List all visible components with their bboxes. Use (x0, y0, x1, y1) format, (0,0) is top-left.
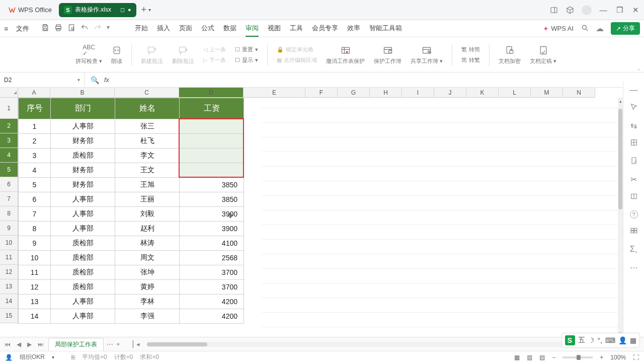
row-header[interactable]: 3 (0, 133, 18, 148)
cell[interactable]: 李文 (115, 149, 180, 163)
cell[interactable]: 人事部 (51, 119, 115, 134)
cell[interactable]: 质检部 (51, 280, 115, 295)
view-page-icon[interactable]: ▤ (539, 354, 545, 361)
sheet-menu-icon[interactable]: ⋯ (107, 340, 113, 348)
share-workbook-button[interactable]: 共享工作簿 ▾ (411, 44, 443, 65)
ribbon-tab[interactable]: 公式 (201, 21, 214, 37)
more-icon[interactable]: ⋯ (630, 263, 638, 272)
cell[interactable]: 3900 (180, 207, 244, 222)
spellcheck-button[interactable]: ABC✓ 拼写检查 ▾ (75, 44, 102, 65)
row-header[interactable]: 14 (0, 294, 18, 309)
column-header[interactable]: B (50, 88, 115, 97)
window-minimize-icon[interactable]: — (599, 6, 608, 15)
cell[interactable]: 质检部 (51, 251, 115, 265)
clipboard-icon[interactable] (630, 157, 638, 167)
avatar[interactable] (582, 5, 592, 15)
cell[interactable] (180, 149, 244, 163)
cell[interactable]: 人事部 (51, 295, 115, 309)
cell[interactable]: 人事部 (51, 222, 115, 236)
ribbon-tab[interactable]: 审阅 (246, 21, 259, 37)
cell[interactable]: 4200 (180, 295, 244, 309)
column-header[interactable]: H (370, 88, 402, 97)
ime-moon-icon[interactable]: ☽ (588, 336, 595, 344)
ribbon-tab[interactable]: 效率 (347, 21, 360, 37)
prev-sheet-icon[interactable]: ◀ (15, 340, 23, 349)
search-icon[interactable] (581, 24, 589, 33)
last-sheet-icon[interactable]: ⏭ (36, 340, 45, 349)
okr-label[interactable]: 组织OKR (20, 353, 45, 361)
column-header[interactable]: K (466, 88, 499, 97)
cell[interactable]: 11 (19, 265, 51, 280)
ribbon-tab[interactable]: 页面 (179, 21, 192, 37)
view-normal-icon[interactable]: ▦ (514, 354, 520, 361)
row-header[interactable]: 13 (0, 279, 18, 294)
lock-cell-button[interactable]: 🔒锁定单元格 (277, 46, 317, 53)
ribbon-tab[interactable]: 开始 (135, 21, 148, 37)
ime-keyboard-icon[interactable]: ⌨ (605, 336, 615, 344)
table-header-cell[interactable]: 姓名 (115, 98, 180, 119)
show-comments-button[interactable]: ☐显示 ▾ (235, 56, 258, 64)
cell[interactable]: 3700 (180, 265, 244, 280)
to-simplified-button[interactable]: 繁转简 (461, 46, 480, 53)
window-close-icon[interactable]: ✕ (631, 6, 640, 15)
first-sheet-icon[interactable]: ⏮ (3, 340, 12, 349)
cell-reference-input[interactable] (4, 77, 59, 84)
row-header[interactable]: 8 (0, 206, 18, 221)
scroll-thumb[interactable] (618, 109, 622, 209)
print-icon[interactable] (54, 24, 62, 33)
cell[interactable]: 3 (19, 149, 51, 163)
delete-comment-button[interactable]: 删除批注 (172, 44, 194, 65)
ribbon-tab[interactable]: 智能工具箱 (369, 21, 402, 37)
column-header[interactable]: L (499, 88, 531, 97)
split-icon[interactable]: ⎮ ◂ (131, 340, 140, 348)
cell[interactable]: 3900 (180, 222, 244, 236)
column-header[interactable]: G (338, 88, 370, 97)
table-header-cell[interactable]: 部门 (51, 98, 115, 119)
column-header[interactable]: D (179, 88, 244, 97)
scissors-icon[interactable]: ✂ (630, 175, 637, 184)
next-comment-button[interactable]: ▷下一条 (203, 56, 226, 64)
cursor-tool-icon[interactable] (630, 103, 638, 113)
undo-protect-button[interactable]: 撤消工作表保护 (326, 44, 365, 65)
hamburger-icon[interactable]: ≡ (4, 25, 8, 33)
cell[interactable]: 4100 (180, 236, 244, 251)
row-header[interactable]: 2 (0, 119, 18, 133)
sigma-icon[interactable]: Σ+ (630, 245, 637, 255)
redo-icon[interactable] (94, 24, 102, 33)
row-header[interactable]: 4 (0, 148, 18, 163)
column-header[interactable]: N (563, 88, 595, 97)
read-aloud-button[interactable]: 朗读 (111, 44, 122, 65)
cell[interactable]: 质检部 (51, 265, 115, 280)
wps-ai-button[interactable]: ✦ WPS AI (543, 25, 574, 33)
ime-badge[interactable]: S 五 ☽ °, ⌨ 👤 ▦ (561, 333, 640, 348)
prev-comment-button[interactable]: ◁上一条 (203, 46, 226, 53)
cloud-icon[interactable]: ☁ (596, 24, 604, 33)
cell[interactable]: 13 (19, 295, 51, 309)
row-header[interactable]: 5 (0, 163, 18, 177)
new-tab-button[interactable]: + ▾ (141, 5, 151, 15)
cube-icon[interactable] (566, 6, 575, 15)
ribbon-tab[interactable]: 视图 (268, 21, 281, 37)
column-header[interactable]: C (115, 88, 179, 97)
vertical-scrollbar[interactable]: ▴ ▾ (618, 98, 623, 337)
cell[interactable]: 2568 (180, 251, 244, 265)
row-header[interactable]: 11 (0, 250, 18, 265)
ime-comma-icon[interactable]: °, (598, 336, 603, 344)
cell[interactable]: 8 (19, 222, 51, 236)
scroll-up-icon[interactable]: ▴ (619, 99, 622, 104)
row-header[interactable]: 9 (0, 221, 18, 236)
exchange-icon[interactable]: ⇆ (630, 121, 637, 130)
cell[interactable]: 财务部 (51, 178, 115, 192)
share-button[interactable]: ↗ 分享 (611, 22, 640, 35)
protect-workbook-button[interactable]: 保护工作簿 (374, 44, 401, 65)
new-comment-button[interactable]: 新建批注 (141, 44, 163, 65)
cell[interactable]: 4 (19, 163, 51, 178)
row-header[interactable]: 10 (0, 236, 18, 250)
cell[interactable]: 黄婷 (115, 280, 180, 295)
help-icon[interactable]: ? (630, 210, 638, 219)
view-layout-icon[interactable]: ▥ (527, 354, 532, 361)
cell[interactable]: 3850 (180, 192, 244, 207)
sheet-panel-icon[interactable] (630, 138, 638, 149)
ribbon-tab[interactable]: 会员专享 (312, 21, 338, 37)
cell[interactable]: 2 (19, 134, 51, 149)
